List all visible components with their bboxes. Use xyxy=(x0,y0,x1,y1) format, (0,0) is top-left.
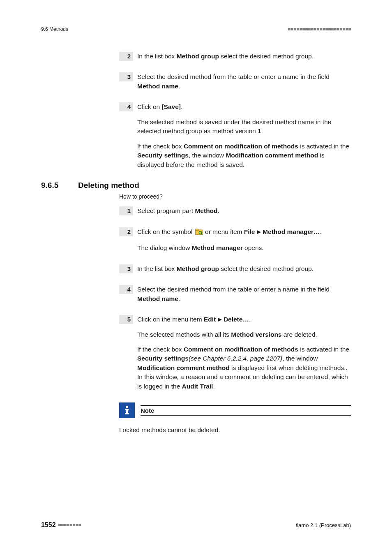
note-body: Locked methods cannot be deleted. xyxy=(119,426,351,435)
header-section-ref: 9.6 Methods xyxy=(41,26,68,32)
section-number: 9.6.5 xyxy=(41,181,78,190)
note-header: Note xyxy=(119,402,351,418)
step-number: 4 xyxy=(119,102,133,111)
step-paragraph: Click on the symbol or menu item File ▶ … xyxy=(137,227,351,238)
numbered-step: 5Click on the menu item Edit ▶ Delete….T… xyxy=(119,315,351,391)
section-title: Deleting method xyxy=(78,181,139,190)
note-title: Note xyxy=(141,406,351,415)
svg-point-4 xyxy=(126,406,128,408)
numbered-step: 4Select the desired method from the tabl… xyxy=(119,285,351,303)
step-body: Click on the menu item Edit ▶ Delete….Th… xyxy=(137,315,351,391)
step-number: 1 xyxy=(119,206,133,215)
step-body: In the list box Method group select the … xyxy=(137,264,351,273)
step-number: 5 xyxy=(119,315,133,324)
svg-rect-7 xyxy=(125,413,129,414)
numbered-step: 3In the list box Method group select the… xyxy=(119,264,351,273)
step-body: Click on the symbol or menu item File ▶ … xyxy=(137,227,351,253)
numbered-step: 2Click on the symbol or menu item File ▶… xyxy=(119,227,351,253)
numbered-step: 3Select the desired method from the tabl… xyxy=(119,72,351,91)
footer-product: tiamo 2.1 (ProcessLab) xyxy=(296,522,351,528)
page: 9.6 Methods 2In the list box Method grou… xyxy=(0,0,392,555)
step-paragraph: Select the desired method from the table… xyxy=(137,72,351,91)
numbered-step: 4Click on [Save].The selected method is … xyxy=(119,102,351,169)
step-body: In the list box Method group select the … xyxy=(137,52,351,61)
step-body: Select the desired method from the table… xyxy=(137,285,351,303)
svg-rect-1 xyxy=(195,229,198,231)
info-icon xyxy=(119,402,135,418)
page-number: 1552 xyxy=(41,521,56,529)
step-paragraph: Select program part Method. xyxy=(137,206,351,215)
footer-decoration xyxy=(58,524,81,526)
step-paragraph: The selected method is saved under the d… xyxy=(137,118,351,136)
step-number: 3 xyxy=(119,264,133,273)
step-paragraph: If the check box Comment on modification… xyxy=(137,345,351,391)
step-number: 2 xyxy=(119,227,133,236)
header-decoration xyxy=(288,28,351,30)
numbered-step: 2In the list box Method group select the… xyxy=(119,52,351,61)
step-paragraph: If the check box Comment on modification… xyxy=(137,142,351,169)
step-paragraph: The dialog window Method manager opens. xyxy=(137,243,351,252)
page-footer: 1552 tiamo 2.1 (ProcessLab) xyxy=(41,521,351,529)
menu-arrow-icon: ▶ xyxy=(218,316,222,322)
how-to-proceed: How to proceed? xyxy=(119,193,351,200)
step-number: 3 xyxy=(119,72,133,81)
numbered-step: 1Select program part Method. xyxy=(119,206,351,215)
step-paragraph: In the list box Method group select the … xyxy=(137,264,351,273)
page-header: 9.6 Methods xyxy=(41,26,351,32)
step-paragraph: In the list box Method group select the … xyxy=(137,52,351,61)
step-number: 4 xyxy=(119,285,133,294)
step-paragraph: Click on [Save]. xyxy=(137,102,351,111)
section-heading: 9.6.5 Deleting method xyxy=(41,181,351,190)
step-paragraph: Click on the menu item Edit ▶ Delete…. xyxy=(137,315,351,324)
note-box: Note Locked methods cannot be deleted. xyxy=(119,402,351,435)
step-paragraph: The selected methods with all its Method… xyxy=(137,330,351,339)
step-number: 2 xyxy=(119,52,133,61)
content-area: 2In the list box Method group select the… xyxy=(119,52,351,435)
step-body: Click on [Save].The selected method is s… xyxy=(137,102,351,169)
step-paragraph: Select the desired method from the table… xyxy=(137,285,351,303)
step-body: Select program part Method. xyxy=(137,206,351,215)
menu-arrow-icon: ▶ xyxy=(257,229,261,235)
method-manager-icon xyxy=(195,229,203,238)
step-body: Select the desired method from the table… xyxy=(137,72,351,91)
